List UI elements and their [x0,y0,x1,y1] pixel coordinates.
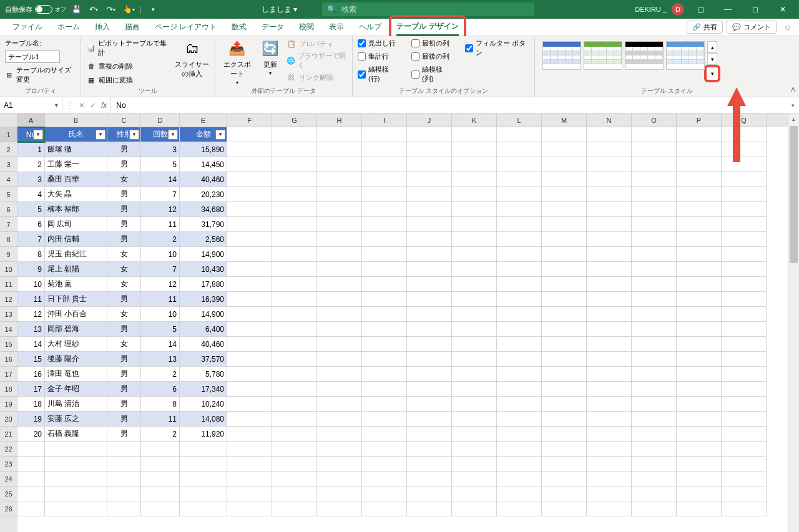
tab-review[interactable]: 校閲 [292,19,321,36]
empty-cell[interactable] [722,397,767,412]
empty-cell[interactable] [45,486,107,501]
qat-customize-icon[interactable]: ▾ [145,2,160,17]
empty-cell[interactable] [632,157,677,172]
empty-cell[interactable] [272,127,317,142]
empty-cell[interactable] [452,397,497,412]
data-cell[interactable]: 2 [141,367,180,382]
empty-cell[interactable] [272,262,317,277]
empty-cell[interactable] [407,202,452,217]
row-header[interactable]: 19 [0,397,17,412]
empty-cell[interactable] [227,352,272,367]
data-cell[interactable]: 男 [107,397,141,412]
empty-cell[interactable] [362,142,407,157]
empty-cell[interactable] [407,337,452,352]
ribbon-display-icon[interactable]: ▢ [689,0,712,19]
empty-cell[interactable] [141,442,180,457]
empty-cell[interactable] [407,142,452,157]
empty-cell[interactable] [227,157,272,172]
data-cell[interactable]: 菊池 薫 [45,277,107,292]
empty-cell[interactable] [362,486,407,501]
empty-cell[interactable] [587,157,632,172]
empty-cell[interactable] [362,262,407,277]
empty-cell[interactable] [272,367,317,382]
empty-cell[interactable] [362,457,407,472]
data-cell[interactable]: 6,400 [180,322,227,337]
empty-cell[interactable] [677,262,722,277]
empty-cell[interactable] [452,262,497,277]
empty-cell[interactable] [272,382,317,397]
empty-cell[interactable] [272,442,317,457]
expand-formula-bar-icon[interactable]: ▾ [787,97,799,113]
data-cell[interactable]: 男 [107,142,141,157]
empty-cell[interactable] [722,262,767,277]
empty-cell[interactable] [317,486,362,501]
data-cell[interactable]: 15,890 [180,142,227,157]
empty-cell[interactable] [722,292,767,307]
data-cell[interactable]: 12 [17,307,45,322]
empty-cell[interactable] [542,486,587,501]
empty-cell[interactable] [227,397,272,412]
data-cell[interactable]: 5 [17,202,45,217]
empty-cell[interactable] [542,322,587,337]
empty-cell[interactable] [317,142,362,157]
data-cell[interactable]: 37,570 [180,352,227,367]
empty-cell[interactable] [542,217,587,232]
empty-cell[interactable] [497,292,542,307]
data-cell[interactable]: 40,460 [180,337,227,352]
filter-dropdown-icon[interactable]: ▼ [33,130,43,140]
empty-cell[interactable] [452,501,497,516]
empty-cell[interactable] [227,292,272,307]
data-cell[interactable]: 男 [107,382,141,397]
empty-cell[interactable] [317,442,362,457]
empty-cell[interactable] [452,457,497,472]
empty-cell[interactable] [632,127,677,142]
empty-cell[interactable] [452,157,497,172]
empty-cell[interactable] [632,142,677,157]
empty-cell[interactable] [272,412,317,427]
tab-insert[interactable]: 挿入 [87,19,117,36]
data-cell[interactable]: 20 [17,427,45,442]
data-cell[interactable]: 2,560 [180,232,227,247]
empty-cell[interactable] [317,187,362,202]
tab-help[interactable]: ヘルプ [351,19,389,36]
empty-cell[interactable] [227,232,272,247]
column-header[interactable]: K [452,114,497,127]
data-cell[interactable]: 12 [141,202,180,217]
empty-cell[interactable] [407,412,452,427]
empty-cell[interactable] [362,247,407,262]
empty-cell[interactable] [452,352,497,367]
gallery-more-button[interactable]: ▾ [704,65,720,82]
empty-cell[interactable] [632,232,677,247]
data-cell[interactable]: 17,880 [180,277,227,292]
empty-cell[interactable] [722,217,767,232]
feedback-icon[interactable]: ☺ [780,23,795,32]
empty-cell[interactable] [497,412,542,427]
empty-cell[interactable] [497,472,542,486]
empty-cell[interactable] [317,217,362,232]
empty-cell[interactable] [407,307,452,322]
row-header[interactable]: 17 [0,367,17,382]
data-cell[interactable]: 34,680 [180,202,227,217]
empty-cell[interactable] [227,142,272,157]
row-header[interactable]: 16 [0,352,17,367]
empty-cell[interactable] [542,397,587,412]
empty-cell[interactable] [362,127,407,142]
empty-cell[interactable] [722,352,767,367]
row-header[interactable]: 1 [0,127,17,142]
data-cell[interactable]: 17,340 [180,382,227,397]
column-header[interactable]: C [107,114,141,127]
empty-cell[interactable] [497,277,542,292]
empty-cell[interactable] [587,187,632,202]
empty-cell[interactable] [107,457,141,472]
empty-cell[interactable] [272,292,317,307]
empty-cell[interactable] [317,277,362,292]
empty-cell[interactable] [227,442,272,457]
comment-button[interactable]: 💬コメント [727,21,777,34]
empty-cell[interactable] [452,307,497,322]
empty-cell[interactable] [632,172,677,187]
empty-cell[interactable] [587,501,632,516]
data-cell[interactable]: 8 [141,397,180,412]
data-cell[interactable]: 岡 広司 [45,217,107,232]
data-cell[interactable]: 11 [141,217,180,232]
data-cell[interactable]: 児玉 由紀江 [45,247,107,262]
